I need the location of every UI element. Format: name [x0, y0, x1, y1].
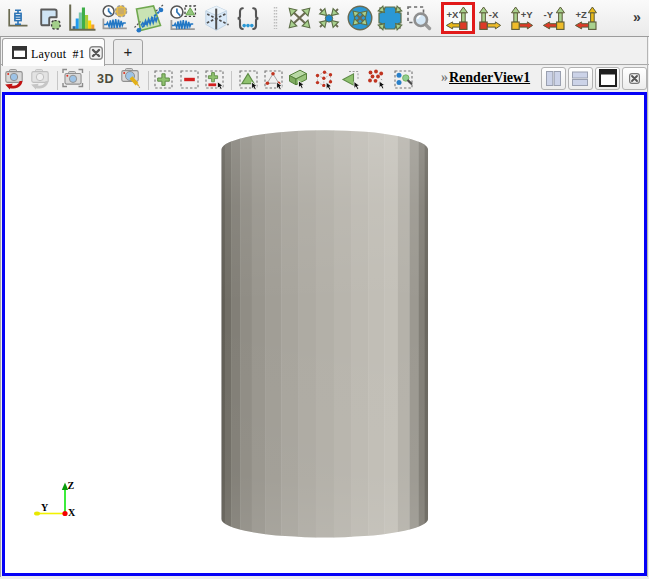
- svg-text:-Y: -Y: [544, 9, 554, 20]
- svg-text:-X: -X: [489, 9, 499, 20]
- svg-text:+Z: +Z: [576, 9, 588, 20]
- svg-text:+X: +X: [447, 9, 460, 20]
- svg-text:+Y: +Y: [521, 9, 534, 20]
